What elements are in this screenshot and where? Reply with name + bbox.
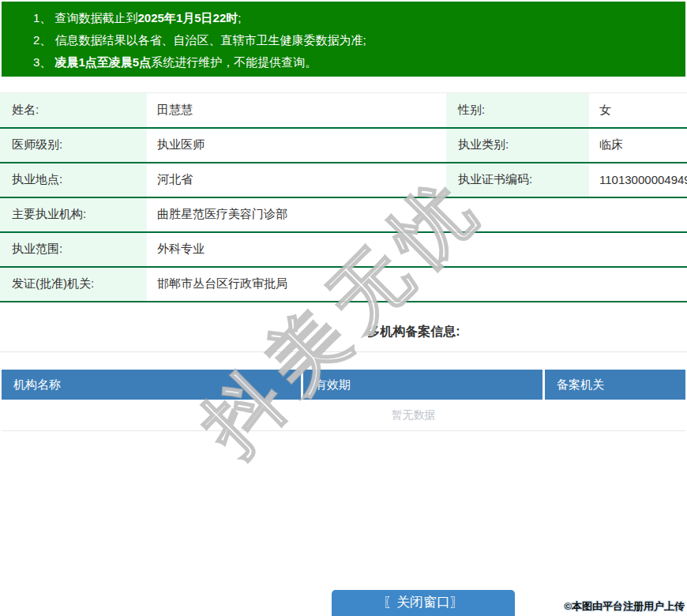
field-value-name: 田慧慧 (147, 93, 446, 128)
table-row: 执业地点: 河北省 执业证书编码: 110130000049495 (0, 163, 687, 197)
field-label-practice-location: 执业地点: (0, 163, 147, 197)
notice-text-bold: 2025年1月5日22时 (138, 11, 238, 24)
field-value-practice-category: 临床 (589, 128, 687, 163)
notice-text: 3、 (33, 55, 55, 69)
copyright-notice: ©本图由平台注册用户上传 (564, 599, 685, 614)
field-label-certificate-number: 执业证书编码: (446, 163, 589, 197)
field-label-issuing-authority: 发证(批准)机关: (0, 267, 147, 302)
field-value-gender: 女 (589, 93, 687, 128)
doctor-info-table: 姓名: 田慧慧 性别: 女 医师级别: 执业医师 执业类别: 临床 执业地点: … (0, 92, 687, 302)
field-label-practice-scope: 执业范围: (0, 232, 147, 267)
filing-section-title: 多机构备案信息: (0, 311, 687, 352)
field-value-issuing-authority: 邯郸市丛台区行政审批局 (147, 267, 687, 302)
column-header-validity-period: 有效期 (303, 370, 545, 400)
notice-line-3: 3、 凌晨1点至凌晨5点系统进行维护，不能提供查询。 (2, 51, 685, 73)
notice-text: 系统进行维护，不能提供查询。 (151, 55, 317, 69)
field-value-certificate-number: 110130000049495 (589, 163, 687, 197)
table-row: 发证(批准)机关: 邯郸市丛台区行政审批局 (0, 267, 687, 302)
field-label-practice-category: 执业类别: (446, 128, 589, 163)
notice-text-bold: 凌晨1点至凌晨5点 (55, 55, 152, 69)
notice-text: 1、 查询数据截止到 (33, 11, 138, 24)
column-header-filing-authority: 备案机关 (545, 370, 685, 400)
table-row: 主要执业机构: 曲胜星范医疗美容门诊部 (0, 197, 687, 232)
table-row: 姓名: 田慧慧 性别: 女 (0, 93, 687, 128)
notice-text: 2、 信息数据结果以各省、自治区、直辖市卫生健康委数据为准; (33, 33, 366, 47)
field-value-doctor-level: 执业医师 (147, 128, 446, 163)
table-row: 执业范围: 外科专业 (0, 232, 687, 267)
field-label-doctor-level: 医师级别: (0, 128, 147, 163)
close-window-button[interactable]: 〖关闭窗口〗 (332, 590, 515, 616)
filing-table: 机构名称 有效期 备案机关 暂无数据 (2, 370, 685, 431)
field-value-practice-location: 河北省 (147, 163, 446, 197)
field-label-gender: 性别: (446, 93, 589, 128)
filing-table-header-row: 机构名称 有效期 备案机关 (2, 370, 685, 400)
field-label-name: 姓名: (0, 93, 147, 128)
filing-table-empty-row: 暂无数据 (2, 400, 685, 431)
field-label-main-institution: 主要执业机构: (0, 197, 147, 232)
column-header-institution-name: 机构名称 (2, 370, 303, 400)
notice-panel: 1、 查询数据截止到2025年1月5日22时; 2、 信息数据结果以各省、自治区… (2, 2, 685, 77)
notice-line-1: 1、 查询数据截止到2025年1月5日22时; (2, 7, 685, 29)
notice-line-2: 2、 信息数据结果以各省、自治区、直辖市卫生健康委数据为准; (2, 29, 685, 51)
field-value-practice-scope: 外科专业 (147, 232, 687, 267)
field-value-main-institution: 曲胜星范医疗美容门诊部 (147, 197, 687, 232)
table-row: 医师级别: 执业医师 执业类别: 临床 (0, 128, 687, 163)
notice-text: ; (238, 11, 241, 24)
empty-data-text: 暂无数据 (2, 400, 685, 431)
